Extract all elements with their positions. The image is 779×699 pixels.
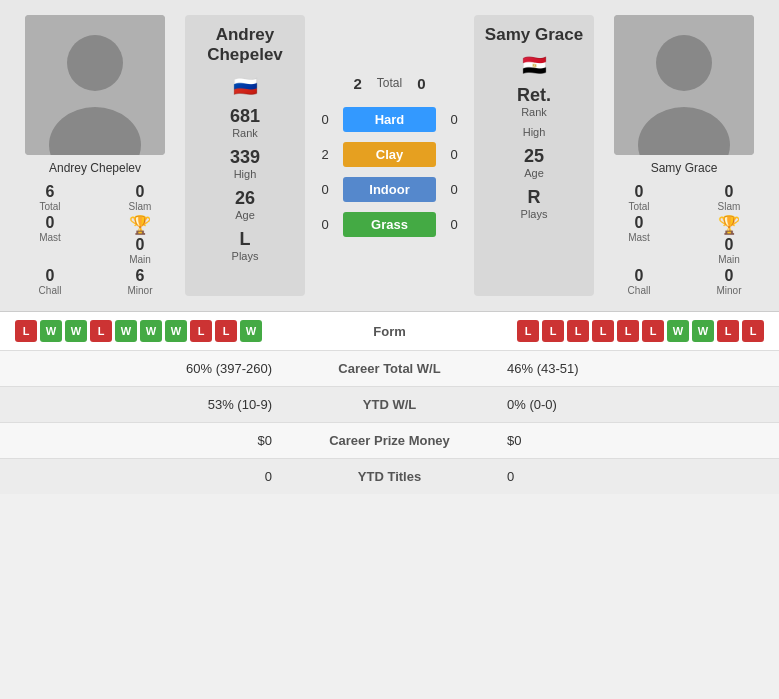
player2-card: Samy Grace 0 Total 0 Slam 0 Mast 🏆 0 Ma <box>599 15 769 296</box>
player2-flag: 🇪🇬 <box>522 53 547 77</box>
svg-point-4 <box>656 35 712 91</box>
player2-minor-value: 0 <box>725 267 734 285</box>
right-info-p2: Samy Grace 🇪🇬 Ret. Rank High 25 Age R Pl… <box>474 15 594 296</box>
player1-rank-value: 681 <box>230 106 260 127</box>
stats-row: 0YTD Titles0 <box>0 459 779 495</box>
player2-age-value: 25 <box>524 146 544 167</box>
stat-label: Career Prize Money <box>287 423 492 459</box>
form-badge: W <box>65 320 87 342</box>
player1-main-value: 0 <box>136 236 145 254</box>
player1-trophy-icon: 🏆 <box>129 214 151 236</box>
indoor-right: 0 <box>444 182 464 197</box>
player2-rank-label: Rank <box>517 106 551 118</box>
indoor-row: 0 Indoor 0 <box>315 177 464 202</box>
player2-mast-cell: 0 Mast <box>599 214 679 265</box>
player1-name-below: Andrey Chepelev <box>49 161 141 175</box>
hard-right: 0 <box>444 112 464 127</box>
stats-row: $0Career Prize Money$0 <box>0 423 779 459</box>
player1-high-block: 339 High <box>230 147 260 180</box>
player2-rank-value: Ret. <box>517 85 551 106</box>
form-badge: L <box>717 320 739 342</box>
player1-mast-value: 0 <box>46 214 55 232</box>
total-left: 2 <box>353 75 361 92</box>
hard-left: 0 <box>315 112 335 127</box>
player1-minor-label: Minor <box>127 285 152 296</box>
player2-slam-value: 0 <box>725 183 734 201</box>
form-badge: W <box>140 320 162 342</box>
player2-mast-label: Mast <box>628 232 650 243</box>
form-badge: L <box>215 320 237 342</box>
player1-slam-value: 0 <box>136 183 145 201</box>
player1-slam-cell: 0 Slam <box>100 183 180 212</box>
player2-high-label: High <box>523 126 546 138</box>
stat-right-value: 46% (43-51) <box>492 351 779 387</box>
player1-form-badges: LWWLWWWLLW <box>15 320 330 342</box>
total-right: 0 <box>417 75 425 92</box>
player1-age-value: 26 <box>235 188 255 209</box>
player1-card: Andrey Chepelev 6 Total 0 Slam 0 Mast 🏆 … <box>10 15 180 296</box>
player1-high-value: 339 <box>230 147 260 168</box>
player2-plays-value: R <box>521 187 548 208</box>
stat-right-value: 0 <box>492 459 779 495</box>
stat-label: Career Total W/L <box>287 351 492 387</box>
player2-total-cell: 0 Total <box>599 183 679 212</box>
stat-right-value: $0 <box>492 423 779 459</box>
player2-age-block: 25 Age <box>524 146 544 179</box>
player2-trophy-cell: 🏆 0 Main <box>689 214 769 265</box>
stat-left-value: 53% (10-9) <box>0 387 287 423</box>
player1-chall-cell: 0 Chall <box>10 267 90 296</box>
form-badge: L <box>742 320 764 342</box>
form-badge: W <box>40 320 62 342</box>
player2-name-below: Samy Grace <box>651 161 718 175</box>
center-info-p1: Andrey Chepelev 🇷🇺 681 Rank 339 High 26 … <box>185 15 305 296</box>
main-container: Andrey Chepelev 6 Total 0 Slam 0 Mast 🏆 … <box>0 0 779 494</box>
player2-main-value: 0 <box>725 236 734 254</box>
stats-table: 60% (397-260)Career Total W/L46% (43-51)… <box>0 350 779 494</box>
grass-badge: Grass <box>343 212 436 237</box>
player2-age-label: Age <box>524 167 544 179</box>
court-section: 2 Total 0 0 Hard 0 2 Clay 0 0 Indoor 0 0 <box>310 15 469 296</box>
player1-mast-cell: 0 Mast <box>10 214 90 265</box>
stat-left-value: 60% (397-260) <box>0 351 287 387</box>
form-badge: L <box>190 320 212 342</box>
stats-row: 53% (10-9)YTD W/L0% (0-0) <box>0 387 779 423</box>
player1-chall-value: 0 <box>46 267 55 285</box>
player2-plays-label: Plays <box>521 208 548 220</box>
player1-flag: 🇷🇺 <box>233 74 258 98</box>
player2-high-block: High <box>523 126 546 138</box>
stat-left-value: $0 <box>0 423 287 459</box>
player1-stats-grid: 6 Total 0 Slam 0 Mast 🏆 0 Main 0 <box>10 183 180 296</box>
player2-chall-value: 0 <box>635 267 644 285</box>
player1-age-block: 26 Age <box>235 188 255 221</box>
clay-row: 2 Clay 0 <box>315 142 464 167</box>
stat-right-value: 0% (0-0) <box>492 387 779 423</box>
player2-minor-cell: 0 Minor <box>689 267 769 296</box>
indoor-left: 0 <box>315 182 335 197</box>
stat-label: YTD W/L <box>287 387 492 423</box>
player2-chall-cell: 0 Chall <box>599 267 679 296</box>
player1-mast-label: Mast <box>39 232 61 243</box>
form-badge: L <box>90 320 112 342</box>
svg-point-1 <box>67 35 123 91</box>
form-badge: W <box>165 320 187 342</box>
hard-badge: Hard <box>343 107 436 132</box>
player1-rank-label: Rank <box>230 127 260 139</box>
player2-stats-grid: 0 Total 0 Slam 0 Mast 🏆 0 Main 0 <box>599 183 769 296</box>
player1-plays-block: L Plays <box>232 229 259 262</box>
player2-mast-value: 0 <box>635 214 644 232</box>
player2-minor-label: Minor <box>716 285 741 296</box>
stat-label: YTD Titles <box>287 459 492 495</box>
player2-rank-block: Ret. Rank <box>517 85 551 118</box>
top-section: Andrey Chepelev 6 Total 0 Slam 0 Mast 🏆 … <box>0 0 779 311</box>
player1-name-top: Andrey Chepelev <box>190 25 300 66</box>
form-badge: L <box>617 320 639 342</box>
stats-row: 60% (397-260)Career Total W/L46% (43-51) <box>0 351 779 387</box>
grass-right: 0 <box>444 217 464 232</box>
player1-minor-value: 6 <box>136 267 145 285</box>
player1-rank-block: 681 Rank <box>230 106 260 139</box>
stat-left-value: 0 <box>0 459 287 495</box>
total-label: Total <box>377 76 402 90</box>
form-badge: W <box>115 320 137 342</box>
player2-avatar <box>614 15 754 155</box>
grass-left: 0 <box>315 217 335 232</box>
